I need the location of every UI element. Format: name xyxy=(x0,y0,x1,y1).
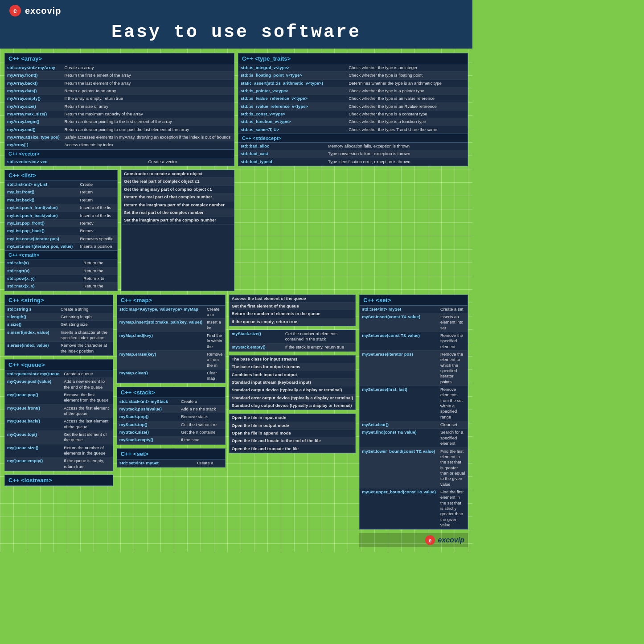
panel-set-right: C++ <set> std::set<int> mySetCreate a se… xyxy=(359,295,468,530)
table-row: myMap.find(key)Find the lo within the xyxy=(117,332,225,350)
cell-desc: Check whether the type is a function typ… xyxy=(346,118,468,126)
cell-code: myQueue.push(value) xyxy=(5,378,62,391)
panel-title-array: C++ <array> xyxy=(5,53,234,64)
fstream-table: Open the file in input modeOpen the file… xyxy=(230,414,355,453)
table-row: Return the number of elements in the que… xyxy=(230,310,355,318)
cell-code: myStack.size() xyxy=(117,429,179,436)
footer-logo-icon: e xyxy=(425,535,435,546)
cell-desc: Safely accesses elements in myArray, thr… xyxy=(62,134,234,141)
table-row: Open the file in input mode xyxy=(230,414,355,422)
cell-code: myQueue.back() xyxy=(5,418,62,431)
cell-desc: Return the xyxy=(81,267,117,275)
cell-desc: Get the t without re xyxy=(179,421,225,428)
table-row: std::max(x, y)Return the xyxy=(5,283,117,290)
cell-desc: Combines both input and output xyxy=(230,371,355,378)
panel-stack-size: myStack.size()Get the number of elements… xyxy=(229,330,356,352)
table-row: std::is_floating_point_v<type>Check whet… xyxy=(238,72,468,79)
panel-type-traits: C++ <type_traits> std::is_integral_v<typ… xyxy=(238,53,468,166)
cell-desc: Return the xyxy=(81,259,117,267)
panel-cpp-list: C++ <list> std::list<int> myListCreatemy… xyxy=(4,170,118,291)
table-row: Get the real part of complex object c1 xyxy=(122,178,234,185)
cell-code: myArray.data() xyxy=(5,87,62,95)
cell-code: myList.push_back(value) xyxy=(5,212,78,219)
cell-code: myStack.push(value) xyxy=(117,406,179,413)
logo-icon: e xyxy=(9,4,21,17)
table-row: myStack.top()Get the t without re xyxy=(117,421,225,428)
cell-desc: Get the number of elements contained in … xyxy=(283,330,355,343)
table-row: myStack.push(value)Add a ne the stack xyxy=(117,406,225,413)
string-table: std::string sCreate a strings.length()Ge… xyxy=(5,306,113,355)
cell-desc: Access the last element of the queue xyxy=(230,295,355,303)
cell-desc: Return an iterator pointing to one past … xyxy=(62,126,234,133)
cell-desc: Access the last element of the queue xyxy=(62,418,113,431)
cell-desc: Return xyxy=(78,189,117,196)
cell-desc: Create a vector xyxy=(146,158,234,166)
cell-desc: Find the first element in the set that i… xyxy=(438,447,468,488)
cell-code: std::sqrt(x) xyxy=(5,267,81,275)
table-row: std::array<int> myArrayCreate an array xyxy=(5,64,234,72)
cell-code: myMap.find(key) xyxy=(117,332,205,350)
stdexcept-subtitle: C++ <stdexcept> xyxy=(238,134,468,143)
cell-desc: Return xyxy=(78,196,117,204)
cell-code: s.erase(index, value) xyxy=(5,342,58,355)
table-row: std::set<int> mySetCreate a xyxy=(117,459,225,467)
cell-code: std::map<KeyType, ValueType> myMap xyxy=(117,306,205,319)
table-row: Standard clog output device (typically a… xyxy=(230,402,355,410)
cell-desc: Remove elements from the set within a sp… xyxy=(438,386,468,421)
cell-code: myArray.at(size_type pos) xyxy=(5,134,62,141)
table-row: Combines both input and output xyxy=(230,371,355,378)
cell-desc: Type conversion failure, exception is th… xyxy=(326,150,468,158)
panel-stack: C++ <stack> std::stack<int> myStackCreat… xyxy=(117,387,226,445)
table-row: myQueue.pop()Remove the first element fr… xyxy=(5,391,113,405)
table-row: myList.pop_front()Remov xyxy=(5,219,117,227)
cell-desc: Inserts a character at the specified ind… xyxy=(58,328,113,342)
cell-code: std::vector<int> vec xyxy=(5,158,146,166)
panel-map: C++ <map> std::map<KeyType, ValueType> m… xyxy=(117,295,226,383)
cell-desc: Get string size xyxy=(58,321,113,328)
cell-desc: Check whether the type is an Rvalue refe… xyxy=(346,103,468,110)
cell-code: myList.back() xyxy=(5,196,78,204)
table-row: std::is_lvalue_reference_v<type>Check wh… xyxy=(238,95,468,103)
cell-desc: Remove the element to which the specifie… xyxy=(438,351,468,386)
cell-code: myQueue.front() xyxy=(5,404,62,418)
vector-table: std::vector<int> vecCreate a vector xyxy=(5,158,234,166)
cell-desc: Return the last element of the array xyxy=(62,79,234,87)
table-row: std::pow(x, y)Return x to xyxy=(5,275,117,282)
cell-code: std::bad_typeid xyxy=(238,158,326,165)
cell-desc: Check whether the type is an lvalue refe… xyxy=(346,95,468,103)
table-row: std::vector<int> vecCreate a vector xyxy=(5,158,234,166)
cell-desc: Remove the character at the index positi… xyxy=(58,342,113,355)
panel-title-set-bottom: C++ <set> xyxy=(117,449,225,459)
cell-code: std::is_lvalue_reference_v<type> xyxy=(238,95,346,103)
table-row: std::queue<int> myQueueCreate a queue xyxy=(5,370,113,378)
table-row: std::string sCreate a string xyxy=(5,306,113,313)
cell-code: myStack.top() xyxy=(117,421,179,428)
table-row: Standard output device (typically a disp… xyxy=(230,386,355,394)
cell-code: std::is_same<T, U> xyxy=(238,126,346,133)
table-row: mySet.erase(const T& value)Remove the sp… xyxy=(360,332,468,350)
cell-desc: Check whether the type is a pointer type xyxy=(346,87,468,95)
panel-fstream: Open the file in input modeOpen the file… xyxy=(229,414,356,453)
table-row: myList.back()Return xyxy=(5,196,117,204)
table-row: s.insert(index, value)Inserts a characte… xyxy=(5,328,113,342)
cell-desc: If the queue is empty, return true xyxy=(62,457,113,471)
table-row: Open the file and locate to the end of t… xyxy=(230,437,355,445)
cell-code: std::pow(x, y) xyxy=(5,275,81,282)
cell-code: std::is_const_v<type> xyxy=(238,111,346,118)
table-row: s.length()Get string length xyxy=(5,313,113,320)
cell-desc: Insert a of the lis xyxy=(78,204,117,212)
cell-code: myStack.empty() xyxy=(117,436,179,444)
table-row: s.erase(index, value)Remove the characte… xyxy=(5,342,113,355)
cell-code: std::max(x, y) xyxy=(5,283,81,290)
table-row: myMap.clear()Clear map xyxy=(117,369,225,383)
table-row: Open the file and truncate the file xyxy=(230,445,355,452)
table-row: std::is_same<T, U>Check whether the type… xyxy=(238,126,468,133)
vector-subtitle: C++ <vector> xyxy=(5,149,234,158)
cell-desc: Access elements by index xyxy=(62,141,234,149)
cell-desc: Remove the specified element xyxy=(438,332,468,350)
cell-desc: Get the real part of complex object c1 xyxy=(122,178,234,185)
cell-code: std::bad_cast xyxy=(238,150,326,158)
cell-desc: The base class for input streams xyxy=(230,356,355,363)
cell-desc: Return the maximum capacity of the array xyxy=(62,111,234,118)
cell-code: s.size() xyxy=(5,321,58,328)
